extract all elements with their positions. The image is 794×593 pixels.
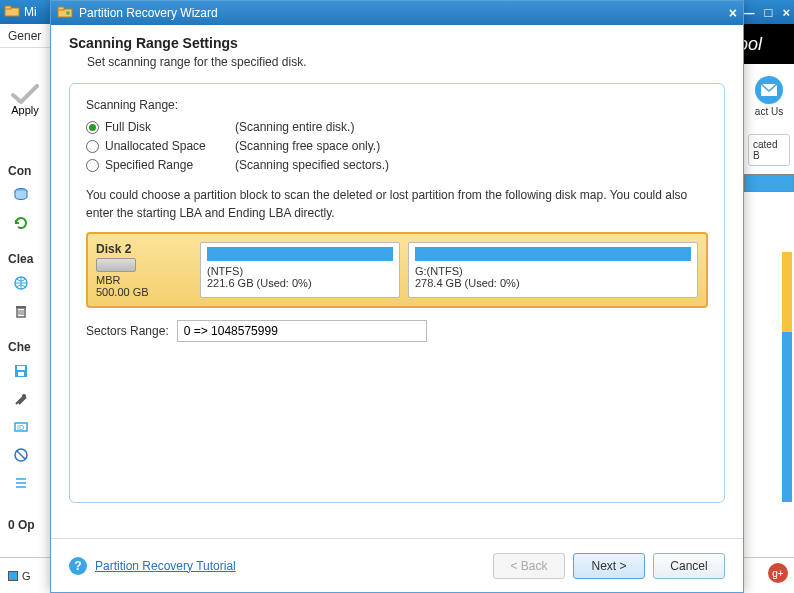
radio-unallocated-space[interactable]: Unallocated Space (Scanning free space o… <box>86 139 708 153</box>
dialog-close-button[interactable]: × <box>729 5 737 21</box>
radio-label: Specified Range <box>105 158 235 172</box>
disk-type: MBR <box>96 274 192 286</box>
bg-close-button[interactable]: × <box>782 5 790 20</box>
radio-specified-range[interactable]: Specified Range (Scanning specified sect… <box>86 158 708 172</box>
radio-label: Unallocated Space <box>105 139 235 153</box>
google-plus-icon[interactable]: g+ <box>768 563 788 583</box>
right-info-chunk: cated B <box>748 134 790 166</box>
radio-desc: (Scanning free space only.) <box>235 139 380 153</box>
next-button[interactable]: Next > <box>573 553 645 579</box>
svg-text:ID: ID <box>17 424 24 431</box>
sectors-label: Sectors Range: <box>86 324 169 338</box>
id-icon[interactable]: ID <box>10 416 32 438</box>
svg-rect-8 <box>17 366 25 370</box>
sectors-input[interactable] <box>177 320 427 342</box>
app-icon <box>4 4 20 20</box>
bg-sidebar: Con Clea Che ID 0 Op <box>0 148 50 593</box>
svg-point-10 <box>22 394 26 398</box>
refresh-icon[interactable] <box>10 212 32 234</box>
svg-rect-6 <box>16 306 26 308</box>
wizard-icon <box>57 5 73 21</box>
dialog-titlebar: Partition Recovery Wizard × <box>51 1 743 25</box>
sectors-range-row: Sectors Range: <box>86 320 708 342</box>
back-button[interactable]: < Back <box>493 553 565 579</box>
bg-menu-item[interactable]: Gener <box>8 29 41 43</box>
dialog-subheading: Set scanning range for the specified dis… <box>87 55 725 69</box>
dialog-header: Scanning Range Settings Set scanning ran… <box>51 25 743 83</box>
radio-icon <box>86 121 99 134</box>
globe-icon[interactable] <box>10 272 32 294</box>
partition-strip <box>782 332 792 502</box>
bg-right-column: cated B <box>744 66 794 192</box>
sidebar-section-check: Che <box>8 340 46 354</box>
partition-recovery-wizard-dialog: Partition Recovery Wizard × Scanning Ran… <box>50 0 744 593</box>
legend-label: G <box>22 570 31 582</box>
partition-info: 278.4 GB (Used: 0%) <box>415 277 691 289</box>
cancel-button[interactable]: Cancel <box>653 553 725 579</box>
svg-point-16 <box>66 11 70 15</box>
sidebar-section-convert: Con <box>8 164 46 178</box>
disk-icon[interactable] <box>10 184 32 206</box>
partition-usage-bar <box>415 247 691 261</box>
partition-usage-bar <box>207 247 393 261</box>
radio-icon <box>86 159 99 172</box>
disk-name: Disk 2 <box>96 242 192 256</box>
sidebar-section-clean: Clea <box>8 252 46 266</box>
save-icon[interactable] <box>10 360 32 382</box>
radio-desc: (Scanning entire disk.) <box>235 120 354 134</box>
svg-rect-15 <box>58 7 64 10</box>
hard-disk-icon <box>96 258 136 272</box>
partition-block-2[interactable]: G:(NTFS) 278.4 GB (Used: 0%) <box>408 242 698 298</box>
partition-info: 221.6 GB (Used: 0%) <box>207 277 393 289</box>
disk-info[interactable]: Disk 2 MBR 500.00 GB <box>96 242 192 298</box>
checkmark-icon <box>11 84 39 104</box>
bg-maximize-button[interactable]: □ <box>765 5 773 20</box>
instructions-text: You could choose a partition block to sc… <box>86 186 708 222</box>
list-icon[interactable] <box>10 472 32 494</box>
help-icon[interactable]: ? <box>69 557 87 575</box>
radio-full-disk[interactable]: Full Disk (Scanning entire disk.) <box>86 120 708 134</box>
bg-title-text: Mi <box>24 5 37 19</box>
partition-block-1[interactable]: (NTFS) 221.6 GB (Used: 0%) <box>200 242 400 298</box>
partition-label: (NTFS) <box>207 265 393 277</box>
disk-size: 500.00 GB <box>96 286 192 298</box>
svg-rect-9 <box>18 372 24 376</box>
forbidden-icon[interactable] <box>10 444 32 466</box>
partition-label: G:(NTFS) <box>415 265 691 277</box>
dialog-heading: Scanning Range Settings <box>69 35 725 51</box>
operations-count: 0 Op <box>8 518 46 532</box>
radio-label: Full Disk <box>105 120 235 134</box>
legend-square <box>8 571 18 581</box>
dialog-body: Scanning Range: Full Disk (Scanning enti… <box>51 83 743 538</box>
apply-button[interactable]: Apply <box>0 72 50 128</box>
scanning-range-panel: Scanning Range: Full Disk (Scanning enti… <box>69 83 725 503</box>
dialog-title: Partition Recovery Wizard <box>79 6 218 20</box>
trash-icon[interactable] <box>10 300 32 322</box>
radio-desc: (Scanning specified sectors.) <box>235 158 389 172</box>
radio-icon <box>86 140 99 153</box>
right-usage-bar <box>744 174 794 192</box>
dialog-footer: ? Partition Recovery Tutorial < Back Nex… <box>51 538 743 592</box>
disk-map: Disk 2 MBR 500.00 GB (NTFS) 221.6 GB (Us… <box>86 232 708 308</box>
tools-icon[interactable] <box>10 388 32 410</box>
tutorial-link[interactable]: Partition Recovery Tutorial <box>95 559 236 573</box>
panel-title: Scanning Range: <box>86 98 708 112</box>
svg-rect-1 <box>5 6 11 9</box>
